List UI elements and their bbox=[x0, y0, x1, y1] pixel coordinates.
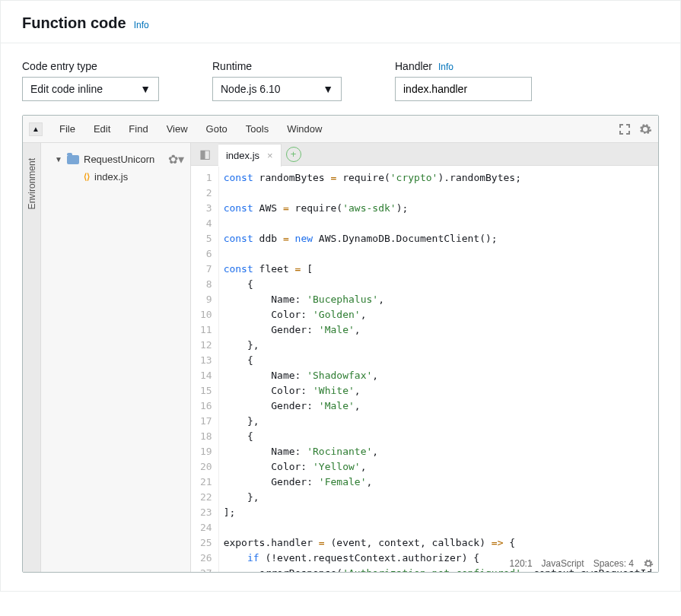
code-entry-type-label: Code entry type bbox=[22, 60, 159, 72]
tab-list-icon[interactable]: ◧ bbox=[197, 146, 214, 163]
side-rail: Environment bbox=[23, 143, 41, 572]
runtime-label: Runtime bbox=[212, 60, 342, 72]
caret-down-icon: ▼ bbox=[140, 83, 151, 95]
collapse-toggle[interactable]: ▲ bbox=[29, 122, 43, 136]
add-tab-button[interactable]: + bbox=[286, 147, 301, 162]
runtime-value: Node.js 6.10 bbox=[221, 83, 281, 95]
code-area[interactable]: 1234567891011121314151617181920212223242… bbox=[191, 166, 658, 572]
config-row: Code entry type Edit code inline ▼ Runti… bbox=[1, 43, 680, 115]
menu-tools[interactable]: Tools bbox=[238, 120, 276, 138]
code-entry-type-group: Code entry type Edit code inline ▼ bbox=[22, 60, 159, 101]
environment-tab[interactable]: Environment bbox=[27, 158, 37, 209]
folder-name: RequestUnicorn bbox=[84, 154, 154, 165]
settings-gear-icon[interactable] bbox=[638, 122, 652, 136]
menu-window[interactable]: Window bbox=[279, 120, 329, 138]
menu-edit[interactable]: Edit bbox=[86, 120, 118, 138]
code-editor: ◧ index.js × + 1234567891011121314151617… bbox=[191, 143, 658, 572]
folder-request-unicorn[interactable]: ▼ RequestUnicorn bbox=[55, 152, 154, 167]
status-gear-icon[interactable] bbox=[643, 558, 654, 569]
handler-label: Handler bbox=[395, 60, 432, 72]
menu-find[interactable]: Find bbox=[121, 120, 155, 138]
file-name: index.js bbox=[94, 171, 128, 183]
handler-group: Handler Info bbox=[395, 60, 532, 101]
indent-setting[interactable]: Spaces: 4 bbox=[593, 558, 634, 569]
runtime-group: Runtime Node.js 6.10 ▼ bbox=[212, 60, 342, 101]
menubar: ▲ FileEditFindViewGotoToolsWindow bbox=[23, 116, 658, 143]
function-code-panel: Function code Info Code entry type Edit … bbox=[0, 0, 681, 592]
folder-icon bbox=[67, 155, 79, 164]
js-file-icon: ⟨⟩ bbox=[84, 172, 90, 182]
runtime-select[interactable]: Node.js 6.10 ▼ bbox=[212, 77, 342, 101]
file-tree: ▼ RequestUnicorn ✿▾ ⟨⟩ index.js bbox=[41, 143, 191, 572]
editor-container: ▲ FileEditFindViewGotoToolsWindow Enviro… bbox=[22, 115, 659, 573]
file-index-js[interactable]: ⟨⟩ index.js bbox=[41, 170, 190, 184]
caret-down-icon: ▼ bbox=[55, 155, 62, 164]
tab-index-js[interactable]: index.js × bbox=[218, 144, 282, 167]
ide-body: Environment ▼ RequestUnicorn ✿▾ ⟨⟩ index… bbox=[23, 143, 658, 572]
cursor-position[interactable]: 120:1 bbox=[510, 558, 533, 569]
code-entry-type-select[interactable]: Edit code inline ▼ bbox=[22, 77, 159, 101]
panel-header: Function code Info bbox=[1, 1, 680, 43]
handler-info-link[interactable]: Info bbox=[438, 62, 453, 72]
line-gutter: 1234567891011121314151617181920212223242… bbox=[191, 166, 219, 572]
language-mode[interactable]: JavaScript bbox=[542, 558, 584, 569]
menu-goto[interactable]: Goto bbox=[199, 120, 235, 138]
menu-view[interactable]: View bbox=[159, 120, 196, 138]
code-text[interactable]: const randomBytes = require('crypto').ra… bbox=[219, 166, 658, 572]
statusbar: 120:1 JavaScript Spaces: 4 bbox=[510, 555, 654, 572]
tree-settings-icon[interactable]: ✿▾ bbox=[168, 152, 184, 167]
caret-down-icon: ▼ bbox=[323, 83, 333, 95]
handler-input[interactable] bbox=[395, 77, 532, 101]
close-tab-icon[interactable]: × bbox=[267, 150, 273, 161]
info-link[interactable]: Info bbox=[134, 20, 149, 30]
expand-icon[interactable] bbox=[619, 123, 631, 135]
code-entry-type-value: Edit code inline bbox=[30, 83, 103, 95]
tab-label: index.js bbox=[226, 150, 259, 161]
menu-file[interactable]: File bbox=[52, 120, 83, 138]
panel-title: Function code bbox=[22, 14, 126, 32]
tabstrip: ◧ index.js × + bbox=[191, 143, 658, 166]
